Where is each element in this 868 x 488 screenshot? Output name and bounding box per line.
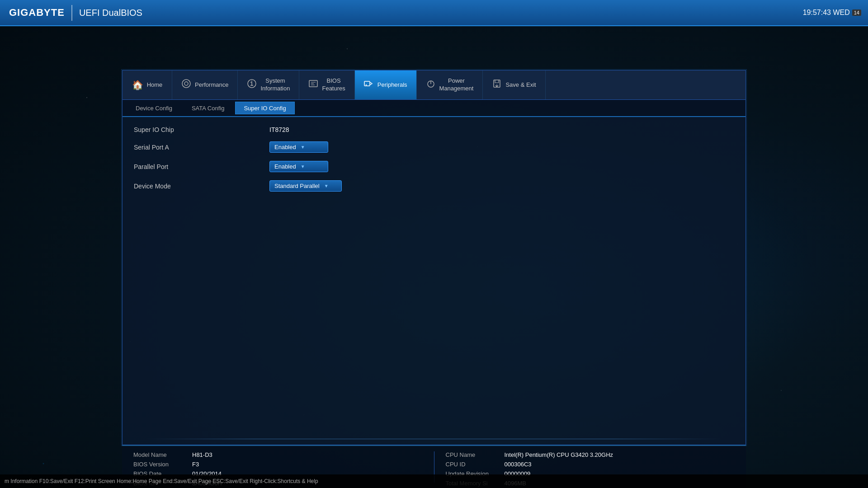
- clock-display: 19:57:43 WED: [803, 9, 850, 17]
- svg-point-6: [366, 84, 367, 85]
- bios-version-key: BIOS Version: [133, 461, 192, 468]
- header-time: 19:57:43 WED 14: [803, 9, 861, 17]
- nav-label-save-exit: Save & Exit: [505, 81, 536, 89]
- nav-label-peripherals: Peripherals: [377, 81, 407, 89]
- nav-label-home: Home: [147, 81, 163, 89]
- super-io-chip-value: IT8728: [269, 126, 289, 133]
- nav-bar: 🏠 Home Performance SystemInformation: [123, 70, 745, 100]
- tab-bar: Device Config SATA Config Super IO Confi…: [123, 100, 745, 117]
- model-name-key: Model Name: [133, 451, 192, 458]
- tab-sata-config[interactable]: SATA Config: [183, 102, 233, 114]
- tab-super-io-config[interactable]: Super IO Config: [235, 102, 294, 114]
- brand-section: GIGABYTE UEFI DualBIOS: [0, 5, 151, 21]
- cpu-id-key: CPU ID: [446, 461, 505, 468]
- super-io-chip-label: Super IO Chip: [134, 126, 269, 133]
- tab-sata-config-label: SATA Config: [192, 105, 225, 112]
- nav-item-power-management[interactable]: PowerManagement: [417, 70, 483, 99]
- svg-rect-5: [364, 81, 370, 86]
- svg-point-3: [251, 81, 252, 82]
- tab-super-io-config-label: Super IO Config: [244, 105, 286, 112]
- gigabyte-logo: GIGABYTE: [9, 7, 65, 19]
- header-divider: [71, 5, 72, 21]
- cpu-id-val: 000306C3: [505, 461, 532, 468]
- nav-label-bios-features: BIOSFeatures: [322, 77, 345, 93]
- content-area: Super IO Chip IT8728 Serial Port A Enabl…: [123, 117, 745, 209]
- device-mode-value: Standard Parallel: [274, 183, 320, 189]
- status-text: m Information F10:Save/Exit F12:Print Sc…: [5, 478, 318, 484]
- serial-port-a-dropdown[interactable]: Enabled ▼: [269, 141, 328, 153]
- device-mode-label: Device Mode: [134, 183, 269, 190]
- home-icon: 🏠: [132, 79, 143, 91]
- bios-version-val: F3: [192, 461, 199, 468]
- header-bar: GIGABYTE UEFI DualBIOS 19:57:43 WED 14: [0, 0, 868, 26]
- config-row-serial-port-a: Serial Port A Enabled ▼: [134, 141, 734, 153]
- cpu-name-val: Intel(R) Pentium(R) CPU G3420 3.20GHz: [505, 451, 613, 458]
- nav-label-system-info: SystemInformation: [260, 77, 290, 93]
- save-exit-icon: [492, 79, 502, 91]
- info-row-bios-version: BIOS Version F3: [133, 461, 423, 468]
- content-divider: [134, 439, 734, 439]
- main-panel: 🏠 Home Performance SystemInformation: [122, 70, 746, 445]
- serial-port-a-value: Enabled: [274, 144, 296, 150]
- parallel-port-dropdown[interactable]: Enabled ▼: [269, 161, 328, 172]
- nav-item-bios-features[interactable]: BIOSFeatures: [299, 70, 354, 99]
- model-name-val: H81-D3: [192, 451, 212, 458]
- info-row-model: Model Name H81-D3: [133, 451, 423, 458]
- nav-item-system-information[interactable]: SystemInformation: [238, 70, 299, 99]
- power-management-icon: [426, 79, 436, 91]
- peripherals-icon: [364, 79, 374, 91]
- serial-port-a-arrow: ▼: [301, 145, 305, 150]
- serial-port-a-label: Serial Port A: [134, 144, 269, 151]
- nav-label-performance: Performance: [195, 81, 228, 89]
- bios-features-icon: [308, 79, 318, 91]
- system-info-icon: [247, 79, 257, 91]
- parallel-port-label: Parallel Port: [134, 163, 269, 170]
- device-mode-arrow: ▼: [324, 183, 329, 188]
- config-row-parallel-port: Parallel Port Enabled ▼: [134, 161, 734, 172]
- svg-point-0: [182, 80, 190, 88]
- tab-device-config[interactable]: Device Config: [127, 102, 181, 114]
- status-bar: m Information F10:Save/Exit F12:Print Sc…: [0, 474, 868, 488]
- config-row-device-mode: Device Mode Standard Parallel ▼: [134, 180, 734, 192]
- parallel-port-value: Enabled: [274, 163, 296, 170]
- performance-icon: [181, 79, 191, 91]
- nav-item-save-exit[interactable]: Save & Exit: [483, 70, 545, 99]
- parallel-port-arrow: ▼: [301, 164, 305, 169]
- nav-label-power-management: PowerManagement: [439, 77, 474, 93]
- cpu-name-key: CPU Name: [446, 451, 505, 458]
- nav-item-performance[interactable]: Performance: [172, 70, 238, 99]
- config-row-super-io-chip: Super IO Chip IT8728: [134, 126, 734, 133]
- svg-point-1: [184, 82, 188, 85]
- info-row-cpu-id: CPU ID 000306C3: [446, 461, 735, 468]
- info-row-cpu-name: CPU Name Intel(R) Pentium(R) CPU G3420 3…: [446, 451, 735, 458]
- uefi-title: UEFI DualBIOS: [79, 8, 142, 18]
- tab-device-config-label: Device Config: [136, 105, 172, 112]
- nav-item-peripherals[interactable]: Peripherals: [355, 70, 417, 99]
- device-mode-dropdown[interactable]: Standard Parallel ▼: [269, 180, 342, 192]
- nav-item-home[interactable]: 🏠 Home: [123, 70, 172, 99]
- time-badge: 14: [852, 9, 861, 16]
